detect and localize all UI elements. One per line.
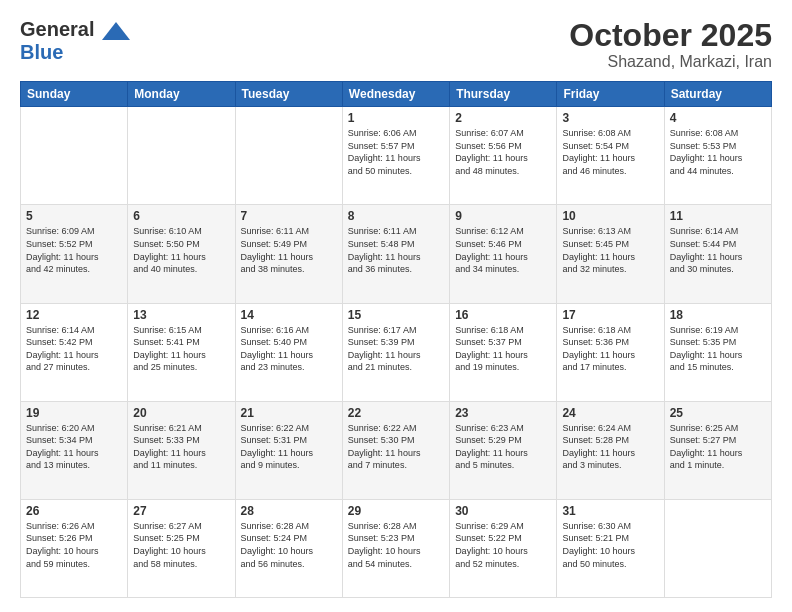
day-number: 15 <box>348 308 444 322</box>
calendar-week-row: 1Sunrise: 6:06 AM Sunset: 5:57 PM Daylig… <box>21 107 772 205</box>
day-info: Sunrise: 6:16 AM Sunset: 5:40 PM Dayligh… <box>241 324 337 374</box>
day-info: Sunrise: 6:12 AM Sunset: 5:46 PM Dayligh… <box>455 225 551 275</box>
calendar-cell: 14Sunrise: 6:16 AM Sunset: 5:40 PM Dayli… <box>235 303 342 401</box>
logo-blue-text: Blue <box>20 41 63 63</box>
day-info: Sunrise: 6:14 AM Sunset: 5:44 PM Dayligh… <box>670 225 766 275</box>
calendar-cell: 4Sunrise: 6:08 AM Sunset: 5:53 PM Daylig… <box>664 107 771 205</box>
day-number: 30 <box>455 504 551 518</box>
day-number: 4 <box>670 111 766 125</box>
calendar-cell: 7Sunrise: 6:11 AM Sunset: 5:49 PM Daylig… <box>235 205 342 303</box>
logo-text: General <box>20 18 130 41</box>
calendar-cell: 2Sunrise: 6:07 AM Sunset: 5:56 PM Daylig… <box>450 107 557 205</box>
calendar-cell: 21Sunrise: 6:22 AM Sunset: 5:31 PM Dayli… <box>235 401 342 499</box>
calendar-cell: 15Sunrise: 6:17 AM Sunset: 5:39 PM Dayli… <box>342 303 449 401</box>
day-info: Sunrise: 6:19 AM Sunset: 5:35 PM Dayligh… <box>670 324 766 374</box>
calendar-cell <box>128 107 235 205</box>
day-info: Sunrise: 6:08 AM Sunset: 5:53 PM Dayligh… <box>670 127 766 177</box>
calendar-week-row: 5Sunrise: 6:09 AM Sunset: 5:52 PM Daylig… <box>21 205 772 303</box>
calendar-cell: 8Sunrise: 6:11 AM Sunset: 5:48 PM Daylig… <box>342 205 449 303</box>
day-info: Sunrise: 6:28 AM Sunset: 5:23 PM Dayligh… <box>348 520 444 570</box>
calendar-week-row: 12Sunrise: 6:14 AM Sunset: 5:42 PM Dayli… <box>21 303 772 401</box>
calendar-cell: 5Sunrise: 6:09 AM Sunset: 5:52 PM Daylig… <box>21 205 128 303</box>
title-area: October 2025 Shazand, Markazi, Iran <box>569 18 772 71</box>
calendar-cell <box>664 499 771 597</box>
day-number: 18 <box>670 308 766 322</box>
calendar-cell: 29Sunrise: 6:28 AM Sunset: 5:23 PM Dayli… <box>342 499 449 597</box>
day-number: 9 <box>455 209 551 223</box>
day-info: Sunrise: 6:30 AM Sunset: 5:21 PM Dayligh… <box>562 520 658 570</box>
calendar-cell: 27Sunrise: 6:27 AM Sunset: 5:25 PM Dayli… <box>128 499 235 597</box>
day-number: 11 <box>670 209 766 223</box>
calendar-cell: 24Sunrise: 6:24 AM Sunset: 5:28 PM Dayli… <box>557 401 664 499</box>
day-info: Sunrise: 6:14 AM Sunset: 5:42 PM Dayligh… <box>26 324 122 374</box>
calendar-cell: 11Sunrise: 6:14 AM Sunset: 5:44 PM Dayli… <box>664 205 771 303</box>
calendar-header-row: SundayMondayTuesdayWednesdayThursdayFrid… <box>21 82 772 107</box>
day-info: Sunrise: 6:08 AM Sunset: 5:54 PM Dayligh… <box>562 127 658 177</box>
calendar-cell: 3Sunrise: 6:08 AM Sunset: 5:54 PM Daylig… <box>557 107 664 205</box>
day-number: 1 <box>348 111 444 125</box>
day-info: Sunrise: 6:29 AM Sunset: 5:22 PM Dayligh… <box>455 520 551 570</box>
calendar-cell: 22Sunrise: 6:22 AM Sunset: 5:30 PM Dayli… <box>342 401 449 499</box>
day-info: Sunrise: 6:06 AM Sunset: 5:57 PM Dayligh… <box>348 127 444 177</box>
weekday-header: Wednesday <box>342 82 449 107</box>
day-number: 23 <box>455 406 551 420</box>
location: Shazand, Markazi, Iran <box>569 53 772 71</box>
calendar-cell: 31Sunrise: 6:30 AM Sunset: 5:21 PM Dayli… <box>557 499 664 597</box>
day-info: Sunrise: 6:11 AM Sunset: 5:49 PM Dayligh… <box>241 225 337 275</box>
day-number: 29 <box>348 504 444 518</box>
day-number: 2 <box>455 111 551 125</box>
logo-icon <box>102 22 130 40</box>
calendar-cell: 17Sunrise: 6:18 AM Sunset: 5:36 PM Dayli… <box>557 303 664 401</box>
calendar-cell <box>21 107 128 205</box>
calendar-cell: 26Sunrise: 6:26 AM Sunset: 5:26 PM Dayli… <box>21 499 128 597</box>
day-info: Sunrise: 6:09 AM Sunset: 5:52 PM Dayligh… <box>26 225 122 275</box>
calendar-body: 1Sunrise: 6:06 AM Sunset: 5:57 PM Daylig… <box>21 107 772 598</box>
day-info: Sunrise: 6:22 AM Sunset: 5:31 PM Dayligh… <box>241 422 337 472</box>
day-number: 26 <box>26 504 122 518</box>
calendar-cell: 25Sunrise: 6:25 AM Sunset: 5:27 PM Dayli… <box>664 401 771 499</box>
day-number: 16 <box>455 308 551 322</box>
calendar: SundayMondayTuesdayWednesdayThursdayFrid… <box>20 81 772 598</box>
calendar-cell: 1Sunrise: 6:06 AM Sunset: 5:57 PM Daylig… <box>342 107 449 205</box>
day-number: 17 <box>562 308 658 322</box>
day-info: Sunrise: 6:20 AM Sunset: 5:34 PM Dayligh… <box>26 422 122 472</box>
day-info: Sunrise: 6:13 AM Sunset: 5:45 PM Dayligh… <box>562 225 658 275</box>
day-info: Sunrise: 6:18 AM Sunset: 5:36 PM Dayligh… <box>562 324 658 374</box>
month-title: October 2025 <box>569 18 772 53</box>
day-number: 13 <box>133 308 229 322</box>
day-info: Sunrise: 6:10 AM Sunset: 5:50 PM Dayligh… <box>133 225 229 275</box>
day-info: Sunrise: 6:26 AM Sunset: 5:26 PM Dayligh… <box>26 520 122 570</box>
day-number: 20 <box>133 406 229 420</box>
day-number: 3 <box>562 111 658 125</box>
day-info: Sunrise: 6:23 AM Sunset: 5:29 PM Dayligh… <box>455 422 551 472</box>
day-number: 19 <box>26 406 122 420</box>
calendar-cell: 28Sunrise: 6:28 AM Sunset: 5:24 PM Dayli… <box>235 499 342 597</box>
calendar-cell: 19Sunrise: 6:20 AM Sunset: 5:34 PM Dayli… <box>21 401 128 499</box>
calendar-cell: 20Sunrise: 6:21 AM Sunset: 5:33 PM Dayli… <box>128 401 235 499</box>
day-info: Sunrise: 6:07 AM Sunset: 5:56 PM Dayligh… <box>455 127 551 177</box>
calendar-cell: 23Sunrise: 6:23 AM Sunset: 5:29 PM Dayli… <box>450 401 557 499</box>
svg-marker-0 <box>102 22 130 40</box>
day-number: 8 <box>348 209 444 223</box>
day-info: Sunrise: 6:18 AM Sunset: 5:37 PM Dayligh… <box>455 324 551 374</box>
day-info: Sunrise: 6:15 AM Sunset: 5:41 PM Dayligh… <box>133 324 229 374</box>
day-number: 5 <box>26 209 122 223</box>
day-info: Sunrise: 6:17 AM Sunset: 5:39 PM Dayligh… <box>348 324 444 374</box>
day-info: Sunrise: 6:27 AM Sunset: 5:25 PM Dayligh… <box>133 520 229 570</box>
calendar-week-row: 26Sunrise: 6:26 AM Sunset: 5:26 PM Dayli… <box>21 499 772 597</box>
calendar-cell: 10Sunrise: 6:13 AM Sunset: 5:45 PM Dayli… <box>557 205 664 303</box>
weekday-header: Sunday <box>21 82 128 107</box>
weekday-header: Saturday <box>664 82 771 107</box>
calendar-cell: 6Sunrise: 6:10 AM Sunset: 5:50 PM Daylig… <box>128 205 235 303</box>
day-info: Sunrise: 6:11 AM Sunset: 5:48 PM Dayligh… <box>348 225 444 275</box>
day-number: 25 <box>670 406 766 420</box>
day-info: Sunrise: 6:24 AM Sunset: 5:28 PM Dayligh… <box>562 422 658 472</box>
weekday-header: Tuesday <box>235 82 342 107</box>
day-number: 27 <box>133 504 229 518</box>
day-info: Sunrise: 6:22 AM Sunset: 5:30 PM Dayligh… <box>348 422 444 472</box>
page: General Blue October 2025 Shazand, Marka… <box>0 0 792 612</box>
logo: General Blue <box>20 18 130 64</box>
day-number: 21 <box>241 406 337 420</box>
day-number: 7 <box>241 209 337 223</box>
day-number: 14 <box>241 308 337 322</box>
